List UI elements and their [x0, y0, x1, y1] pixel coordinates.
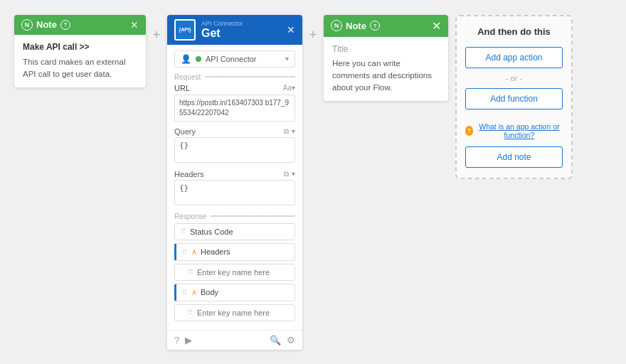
- help-link[interactable]: What is an app action or function?: [476, 122, 563, 139]
- api-card: {API} API Connector Get ✕ 👤 API Connecto…: [167, 15, 302, 350]
- note-title-2: Title: [332, 44, 440, 54]
- drag-handle-2: ⠿: [182, 248, 187, 256]
- note-label-1: Note: [36, 19, 57, 30]
- connector-plus-2[interactable]: +: [302, 15, 324, 43]
- api-close-btn[interactable]: ✕: [287, 24, 295, 36]
- api-method-label: Get: [201, 27, 243, 40]
- response-status-code: ⠿ Status Code: [174, 223, 295, 240]
- api-connector-label: API Connector: [201, 20, 243, 27]
- note-card-1-header-left: N Note ?: [21, 19, 70, 31]
- drag-handle-1: ⠿: [181, 228, 186, 235]
- response-headers-label: Headers: [201, 247, 230, 256]
- question-icon: ?: [465, 126, 473, 136]
- response-section: Response ⠿ Status Code ⠿ ∧ Headers ⠿: [174, 213, 295, 321]
- response-section-label: Response: [174, 213, 295, 220]
- help-icon-1: ?: [60, 20, 70, 30]
- note-close-1[interactable]: ✕: [130, 19, 139, 31]
- api-icon-text: {API}: [179, 27, 191, 32]
- query-label: Query: [174, 127, 196, 136]
- note-card-1-header: N Note ? ✕: [14, 15, 146, 35]
- connector-row-left: 👤 API Connector: [181, 54, 257, 64]
- help-icon-api[interactable]: ?: [174, 335, 179, 346]
- footer-right: 🔍 ⚙: [270, 335, 295, 346]
- response-headers: ⠿ ∧ Headers: [174, 243, 295, 261]
- headers-label: Headers: [174, 170, 204, 178]
- note-title-1: Make API call >>: [23, 42, 137, 52]
- headers-textarea[interactable]: {}: [174, 180, 295, 205]
- api-connector-row[interactable]: 👤 API Connector ▾: [174, 50, 295, 68]
- action-panel: And then do this Add app action - or - A…: [455, 15, 573, 179]
- body-key-input[interactable]: [197, 309, 289, 317]
- note-label-2: Note: [346, 21, 366, 31]
- api-card-header: {API} API Connector Get ✕: [167, 15, 302, 45]
- connector-plus-1[interactable]: +: [146, 15, 167, 43]
- query-chevron-icon: ▾: [292, 127, 295, 135]
- or-divider: - or -: [506, 74, 522, 82]
- headers-key-input[interactable]: [197, 268, 289, 277]
- headers-chevron-icon: ▾: [292, 170, 295, 178]
- status-code-label: Status Code: [190, 228, 233, 236]
- query-section: Query ⧉ ▾ {}: [174, 127, 295, 166]
- add-app-action-button[interactable]: Add app action: [465, 47, 563, 68]
- response-body-label: Body: [201, 288, 218, 296]
- api-title-group: API Connector Get: [201, 20, 243, 40]
- arrow-icon-headers: ∧: [191, 247, 197, 257]
- note-card-2: N Note ? ✕ Title Here you can write comm…: [324, 15, 448, 102]
- note-close-2[interactable]: ✕: [432, 19, 441, 33]
- drag-handle-4: ⠿: [182, 289, 187, 296]
- add-function-button[interactable]: Add function: [465, 88, 563, 109]
- note-text-1: This card makes an external API call to …: [23, 56, 137, 81]
- note-icon-1: N: [21, 19, 33, 31]
- drag-handle-3: ⠿: [188, 268, 193, 276]
- url-format: Aa▾: [283, 84, 295, 92]
- help-text: ? What is an app action or function?: [465, 122, 563, 139]
- copy-icon-2: ⧉: [284, 170, 289, 178]
- note-icon-2: N: [331, 20, 342, 31]
- chevron-down-icon: ▾: [285, 55, 289, 63]
- url-input[interactable]: https://postb.in/163407303 b177_95534/22…: [174, 95, 295, 122]
- search-icon[interactable]: 🔍: [270, 335, 281, 346]
- response-body-key[interactable]: ⠿: [174, 304, 295, 321]
- headers-section: Headers ⧉ ▾ {}: [174, 170, 295, 208]
- query-actions: ⧉ ▾: [284, 127, 295, 136]
- headers-header: Headers ⧉ ▾: [174, 170, 295, 178]
- api-header-left: {API} API Connector Get: [174, 19, 243, 41]
- action-panel-title: And then do this: [477, 26, 551, 37]
- api-icon-box: {API}: [174, 19, 196, 41]
- api-card-footer: ? ▶ 🔍 ⚙: [167, 330, 302, 350]
- url-label: URL: [174, 84, 190, 92]
- copy-icon: ⧉: [284, 127, 289, 136]
- help-icon-2: ?: [370, 21, 380, 31]
- query-textarea[interactable]: {}: [174, 137, 295, 163]
- connector-name: API Connector: [206, 55, 257, 63]
- person-icon: 👤: [181, 54, 191, 64]
- note-card-2-body: Title Here you can write comments and de…: [324, 37, 448, 102]
- play-icon[interactable]: ▶: [185, 335, 192, 346]
- note-card-2-header: N Note ? ✕: [324, 15, 448, 37]
- note-card-1: N Note ? ✕ Make API call >> This card ma…: [14, 15, 146, 88]
- headers-actions: ⧉ ▾: [284, 170, 295, 178]
- url-row: URL Aa▾: [174, 84, 295, 92]
- note-card-2-header-left: N Note ?: [331, 20, 380, 31]
- note-card-1-body: Make API call >> This card makes an exte…: [14, 35, 146, 88]
- footer-left: ? ▶: [174, 335, 192, 346]
- note-text-2: Here you can write comments and descript…: [332, 58, 440, 95]
- query-header: Query ⧉ ▾: [174, 127, 295, 136]
- response-headers-key[interactable]: ⠿: [174, 264, 295, 281]
- drag-handle-5: ⠿: [188, 309, 193, 316]
- response-body: ⠿ ∧ Body: [174, 284, 295, 301]
- request-section-label: Request: [174, 73, 295, 81]
- add-note-button[interactable]: Add note: [465, 146, 563, 168]
- settings-icon[interactable]: ⚙: [287, 335, 295, 346]
- connector-dot: [196, 56, 201, 62]
- arrow-icon-body: ∧: [191, 288, 197, 297]
- api-card-body: 👤 API Connector ▾ Request URL Aa▾ https:…: [167, 45, 302, 330]
